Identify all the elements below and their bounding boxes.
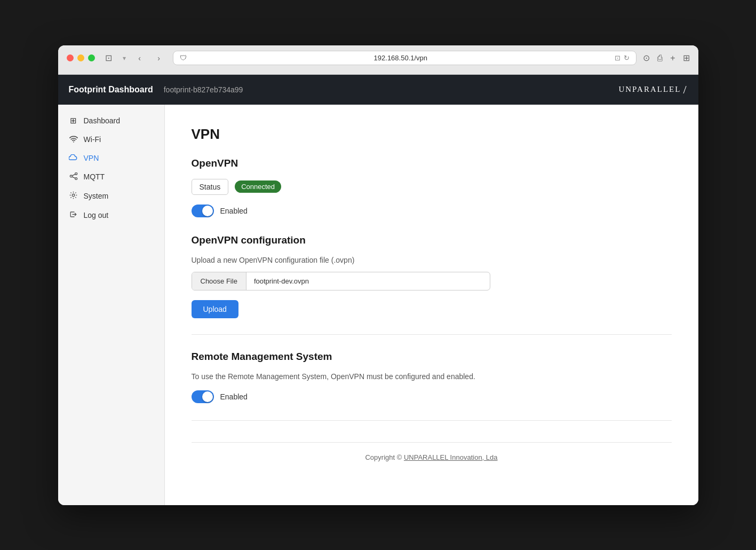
logout-icon [69, 210, 78, 220]
mqtt-icon [69, 172, 78, 182]
svg-point-6 [72, 194, 75, 197]
sidebar-item-logout[interactable]: Log out [58, 206, 164, 225]
reader-icon: ⊡ [615, 54, 620, 62]
sidebar-label-logout: Log out [84, 211, 109, 219]
section-divider [192, 334, 672, 335]
dashboard-icon: ⊞ [69, 116, 78, 125]
page-footer: Copyright © UNPARALLEL Innovation, Lda [192, 442, 672, 461]
svg-point-1 [70, 175, 72, 177]
brand-slash: / [683, 83, 687, 97]
grid-icon[interactable]: ⊞ [683, 53, 690, 63]
footer-text: Copyright © [365, 453, 403, 461]
browser-toolbar-right: ⊙ ⎙ + ⊞ [643, 53, 689, 63]
vpn-cloud-icon [69, 154, 78, 163]
app-subtitle: footprint-b827eb734a99 [164, 85, 243, 94]
refresh-icon[interactable]: ↻ [624, 54, 630, 62]
rms-enabled-row: Enabled [192, 390, 672, 403]
config-section: OpenVPN configuration Upload a new OpenV… [192, 234, 672, 318]
sidebar-item-dashboard[interactable]: ⊞ Dashboard [58, 111, 164, 130]
app-title: Footprint Dashboard [69, 85, 153, 95]
main-content: VPN OpenVPN Status Connected Enabled Ope… [165, 105, 698, 505]
sidebar-label-system: System [84, 192, 109, 200]
rms-section: Remote Management System To use the Remo… [192, 351, 672, 403]
rms-title: Remote Management System [192, 351, 672, 363]
brand-name: UNPARALLEL [618, 85, 681, 94]
config-title: OpenVPN configuration [192, 234, 672, 246]
new-tab-icon[interactable]: + [670, 53, 675, 63]
brand-logo: UNPARALLEL / [618, 83, 687, 97]
openvpn-title: OpenVPN [192, 158, 672, 169]
openvpn-enabled-label: Enabled [220, 207, 248, 215]
openvpn-enabled-toggle[interactable] [192, 205, 214, 217]
sidebar-item-wifi[interactable]: Wi-Fi [58, 130, 164, 149]
share-icon[interactable]: ⎙ [657, 53, 663, 63]
sidebar-item-system[interactable]: System [58, 186, 164, 206]
config-description: Upload a new OpenVPN configuration file … [192, 256, 672, 264]
footer-divider [192, 420, 672, 421]
sidebar-item-vpn[interactable]: VPN [58, 149, 164, 168]
file-input-row: Choose File footprint-dev.ovpn [192, 272, 490, 290]
sidebar-label-mqtt: MQTT [84, 172, 105, 181]
sidebar-toggle-icon[interactable]: ⊡ [101, 51, 116, 66]
url-text: 192.168.50.1/vpn [191, 54, 611, 62]
sidebar-item-mqtt[interactable]: MQTT [58, 168, 164, 186]
file-name-display: footprint-dev.ovpn [246, 272, 490, 290]
upload-button[interactable]: Upload [192, 300, 238, 318]
openvpn-enabled-row: Enabled [192, 205, 672, 217]
sidebar-label-wifi: Wi-Fi [84, 135, 101, 144]
forward-button[interactable]: › [152, 51, 166, 66]
download-icon[interactable]: ⊙ [643, 53, 650, 63]
wifi-icon [69, 135, 78, 144]
sidebar: ⊞ Dashboard Wi-Fi [58, 105, 165, 505]
status-row: Status Connected [192, 179, 672, 195]
svg-line-4 [72, 174, 75, 176]
sidebar-label-dashboard: Dashboard [84, 116, 121, 125]
browser-nav: ‹ › [132, 51, 166, 66]
shield-icon: 🛡 [180, 54, 187, 62]
minimize-button[interactable] [77, 54, 84, 61]
traffic-lights[interactable] [67, 54, 95, 61]
sidebar-label-vpn: VPN [84, 154, 99, 162]
svg-point-0 [73, 141, 74, 142]
rms-enabled-label: Enabled [220, 392, 248, 401]
app-header: Footprint Dashboard footprint-b827eb734a… [58, 75, 698, 105]
svg-point-3 [75, 177, 77, 179]
system-gear-icon [69, 191, 78, 201]
maximize-button[interactable] [88, 54, 95, 61]
rms-description: To use the Remote Management System, Ope… [192, 372, 672, 381]
close-button[interactable] [67, 54, 74, 61]
choose-file-button[interactable]: Choose File [192, 272, 246, 290]
openvpn-section: OpenVPN Status Connected Enabled [192, 158, 672, 217]
svg-line-5 [72, 177, 75, 178]
rms-enabled-toggle[interactable] [192, 390, 214, 403]
status-label: Status [192, 179, 229, 195]
back-button[interactable]: ‹ [132, 51, 147, 66]
app-layout: ⊞ Dashboard Wi-Fi [58, 105, 698, 505]
svg-point-2 [75, 172, 77, 175]
footer-link[interactable]: UNPARALLEL Innovation, Lda [404, 453, 498, 461]
page-title: VPN [192, 126, 672, 143]
url-bar[interactable]: 🛡 192.168.50.1/vpn ⊡ ↻ [173, 51, 637, 65]
status-badge: Connected [235, 180, 281, 193]
